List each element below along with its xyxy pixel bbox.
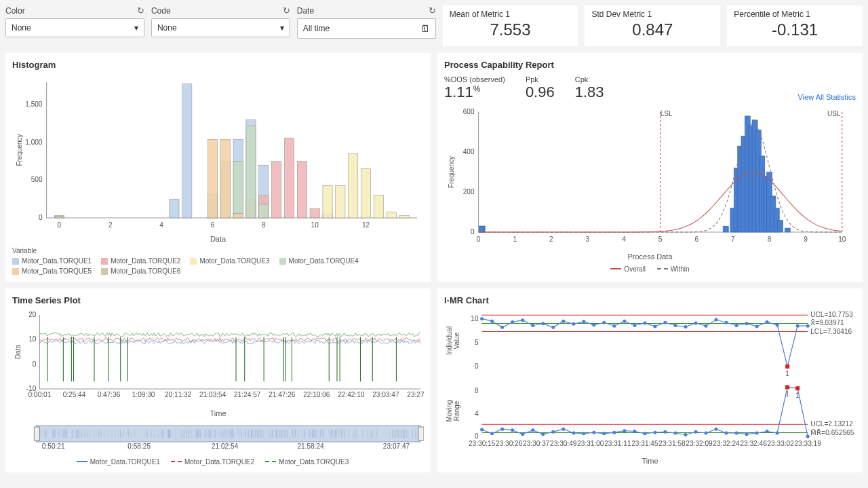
- svg-text:23:27:39: 23:27:39: [407, 391, 424, 398]
- svg-point-384: [500, 428, 504, 431]
- refresh-icon[interactable]: ↻: [283, 5, 290, 16]
- tsp-title: Time Series Plot: [12, 295, 424, 305]
- svg-point-409: [755, 432, 759, 435]
- svg-text:5: 5: [658, 236, 663, 243]
- imr-panel: I-MR Chart 0510IndividualValueUCL=10.775…: [437, 288, 863, 472]
- svg-point-385: [511, 428, 514, 432]
- svg-text:IndividualValue: IndividualValue: [446, 326, 460, 355]
- svg-text:0:47:36: 0:47:36: [98, 391, 121, 398]
- svg-text:0: 0: [33, 360, 37, 368]
- svg-text:23:03:47: 23:03:47: [372, 391, 399, 398]
- svg-point-405: [715, 428, 718, 431]
- svg-text:0: 0: [477, 236, 481, 243]
- kpi-percentile-label: Percentile of Metric 1: [734, 10, 856, 19]
- svg-text:2: 2: [108, 221, 113, 229]
- svg-point-389: [551, 430, 555, 434]
- svg-text:1,000: 1,000: [25, 138, 43, 146]
- refresh-icon[interactable]: ↻: [137, 5, 144, 16]
- histogram-chart: 05001,0001,500Frequency024681012: [12, 75, 424, 231]
- svg-text:MovingRange: MovingRange: [446, 400, 460, 421]
- svg-rect-23: [272, 162, 281, 218]
- histogram-panel: Histogram 05001,0001,500Frequency0246810…: [5, 53, 431, 282]
- svg-text:21:03:54: 21:03:54: [199, 391, 226, 398]
- pcr-chart: 0200400600Frequency012345678910LSLUSL: [444, 107, 856, 249]
- svg-point-351: [592, 323, 595, 326]
- svg-text:23:30:26: 23:30:26: [496, 440, 523, 447]
- kpi-percentile-value: -0.131: [734, 20, 856, 39]
- svg-point-352: [602, 321, 606, 324]
- pcr-cpk-label: Cpk: [575, 75, 604, 83]
- svg-rect-43: [54, 216, 64, 218]
- legend-item: Motor_Data.TORQUE4: [279, 257, 359, 265]
- svg-point-387: [531, 428, 534, 432]
- date-select[interactable]: All time 🗓: [297, 18, 436, 39]
- svg-text:0:25:44: 0:25:44: [63, 391, 86, 398]
- svg-rect-370: [785, 364, 789, 369]
- svg-text:21:02:54: 21:02:54: [212, 443, 239, 450]
- svg-point-399: [653, 431, 656, 434]
- view-all-statistics-link[interactable]: View All Statistics: [798, 93, 856, 101]
- legend-item: Motor_Data.TORQUE1: [12, 257, 92, 265]
- svg-point-368: [766, 320, 769, 324]
- pcr-ppk-value: 0.96: [526, 83, 555, 101]
- kpi-row: Mean of Metric 1 7.553 Std Dev Metric 1 …: [443, 5, 863, 46]
- svg-text:LSL: LSL: [660, 110, 673, 117]
- svg-point-401: [673, 432, 677, 435]
- svg-rect-42: [233, 213, 243, 218]
- color-select[interactable]: None ▾: [5, 18, 144, 37]
- svg-text:23:32:46: 23:32:46: [740, 440, 767, 447]
- svg-point-361: [694, 321, 697, 324]
- svg-point-347: [551, 326, 555, 329]
- svg-text:20:11:32: 20:11:32: [165, 391, 192, 398]
- svg-text:23:07:47: 23:07:47: [383, 443, 410, 450]
- svg-text:6: 6: [694, 236, 698, 243]
- svg-text:23:31:58: 23:31:58: [658, 440, 686, 447]
- svg-text:7: 7: [731, 236, 735, 243]
- pcr-stats: %OOS (observed) 1.11% Ppk 0.96 Cpk 1.83 …: [444, 75, 856, 101]
- kpi-stddev: Std Dev Metric 1 0.847: [585, 5, 720, 46]
- svg-text:23:31:11: 23:31:11: [604, 440, 631, 447]
- svg-point-404: [704, 432, 707, 435]
- svg-text:8: 8: [768, 236, 772, 243]
- svg-text:0: 0: [475, 362, 479, 370]
- svg-text:21:58:24: 21:58:24: [297, 443, 324, 450]
- svg-text:0: 0: [58, 221, 62, 229]
- svg-text:UCL=10.7753: UCL=10.7753: [810, 311, 853, 318]
- svg-text:8: 8: [475, 387, 479, 394]
- svg-text:12: 12: [362, 221, 370, 229]
- svg-rect-30: [349, 154, 358, 218]
- svg-rect-37: [233, 162, 243, 218]
- svg-text:10: 10: [471, 315, 479, 322]
- svg-point-364: [725, 321, 728, 324]
- legend-item: Motor_Data.TORQUE6: [101, 267, 180, 275]
- svg-point-416: [806, 435, 810, 438]
- filter-date: Date ↻ All time 🗓: [297, 5, 436, 46]
- pcr-legend-within: Within: [671, 265, 690, 273]
- svg-point-353: [612, 324, 616, 328]
- svg-rect-34: [399, 216, 409, 218]
- svg-text:23:32:09: 23:32:09: [686, 440, 713, 447]
- tsp-legend: Motor_Data.TORQUE1Motor_Data.TORQUE2Moto…: [12, 456, 424, 466]
- tsp-xlabel: Time: [12, 409, 424, 417]
- svg-point-367: [755, 324, 759, 328]
- pcr-title: Process Capability Report: [444, 60, 856, 70]
- pcr-ppk-label: Ppk: [526, 75, 555, 83]
- svg-point-396: [623, 429, 626, 432]
- pcr-cpk-value: 1.83: [575, 83, 604, 101]
- svg-rect-25: [297, 162, 307, 218]
- kpi-percentile: Percentile of Metric 1 -0.131: [727, 5, 863, 46]
- svg-rect-40: [208, 139, 217, 218]
- svg-text:3: 3: [586, 236, 590, 243]
- histogram-xlabel: Data: [12, 235, 424, 243]
- svg-point-363: [715, 318, 718, 322]
- svg-text:Frequency: Frequency: [16, 134, 23, 166]
- svg-point-391: [572, 432, 575, 435]
- histogram-legend-title: Variable: [12, 247, 424, 255]
- code-select[interactable]: None ▾: [151, 18, 290, 37]
- tsp-scrubber[interactable]: 0:50:210:58:2521:02:5421:58:2423:07:47: [12, 423, 424, 450]
- svg-text:USL: USL: [827, 110, 841, 117]
- svg-text:23:30:49: 23:30:49: [550, 440, 577, 447]
- svg-rect-33: [387, 212, 396, 218]
- svg-point-383: [490, 432, 494, 435]
- refresh-icon[interactable]: ↻: [429, 5, 436, 16]
